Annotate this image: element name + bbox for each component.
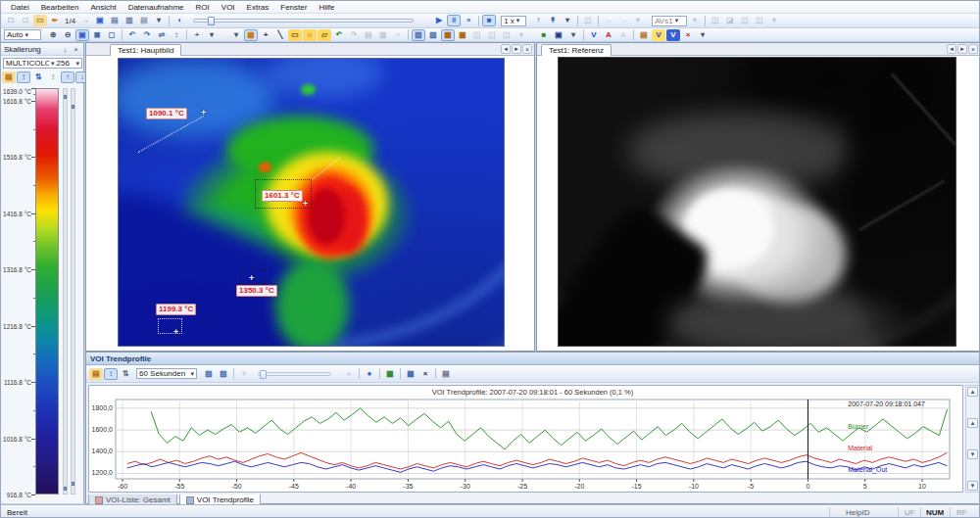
jump-up-icon[interactable]: ↟ bbox=[546, 15, 560, 26]
close-icon[interactable]: × bbox=[522, 44, 532, 54]
color-scale-gradient[interactable] bbox=[35, 88, 59, 494]
roi-extra1-icon[interactable]: ◫ bbox=[470, 29, 484, 41]
scroll-right-icon[interactable]: ▸ bbox=[957, 44, 967, 54]
trend-settings-icon[interactable]: ▤ bbox=[89, 368, 103, 380]
roi-copy-icon[interactable]: ▤ bbox=[362, 29, 375, 41]
media-position-thumb[interactable] bbox=[208, 17, 215, 25]
avs-tool4-icon[interactable]: ◫ bbox=[753, 15, 766, 26]
avs-more-dropdown[interactable]: ▾ bbox=[767, 15, 781, 26]
interval-combo[interactable]: 60 Sekunden▾ bbox=[136, 368, 197, 379]
scale-manual-icon[interactable]: ↕ bbox=[46, 71, 60, 83]
roi-undo-icon[interactable]: ↶ bbox=[332, 29, 346, 41]
temp-annotation[interactable]: 1199.3 °C bbox=[156, 304, 196, 315]
trend-table-icon[interactable]: ▦ bbox=[404, 368, 417, 380]
voi-show-dropdown[interactable]: ▾ bbox=[566, 29, 580, 41]
zoom-out-icon[interactable]: ⊖ bbox=[61, 29, 74, 41]
trend-export-icon[interactable]: ▧ bbox=[202, 368, 216, 380]
reference-image[interactable] bbox=[558, 57, 956, 347]
image-original-icon[interactable]: ◼ bbox=[90, 29, 104, 41]
voi-more-dropdown[interactable]: ▾ bbox=[696, 29, 710, 41]
new-document[interactable]: □ bbox=[4, 15, 18, 26]
trend-autoscale-icon[interactable]: ↕ bbox=[104, 368, 118, 380]
fast-forward-button[interactable]: » bbox=[462, 15, 475, 26]
save-button[interactable]: ▣ bbox=[93, 15, 107, 26]
measure-marker[interactable] bbox=[173, 329, 178, 335]
trend-zoom-thumb[interactable] bbox=[260, 370, 267, 379]
next-view-icon[interactable]: → bbox=[616, 15, 630, 26]
menu-item-roi[interactable]: ROI bbox=[190, 3, 216, 12]
flip-horizontal-icon[interactable]: ⇌ bbox=[155, 29, 169, 41]
trend-excel-icon[interactable]: ▦ bbox=[383, 368, 397, 380]
trend-scale-icon[interactable]: ⇅ bbox=[119, 368, 132, 380]
roi-paste-icon[interactable]: ▥ bbox=[376, 29, 390, 41]
stop-button[interactable]: ■ bbox=[482, 15, 496, 26]
roi-scale-icon[interactable]: ▩ bbox=[441, 29, 455, 41]
trend-marker-icon[interactable]: ● bbox=[342, 368, 356, 380]
avs-combo[interactable]: AVs1▾ bbox=[652, 16, 687, 26]
scale-auto-icon[interactable]: ⇅ bbox=[31, 71, 45, 83]
link-view-icon[interactable]: ◫ bbox=[581, 15, 595, 26]
voi-palette-icon[interactable]: ▤ bbox=[637, 29, 651, 41]
next-frame-icon[interactable]: → bbox=[78, 15, 92, 26]
trend-chart[interactable]: -60-55-50-45-40-35-30-25-20-15-10-505101… bbox=[89, 386, 962, 492]
pause-button[interactable]: ‖ bbox=[447, 15, 461, 26]
play-button[interactable]: ▶ bbox=[432, 15, 446, 26]
trend-clear-icon[interactable]: × bbox=[418, 368, 432, 380]
menu-item-hilfe[interactable]: Hilfe bbox=[313, 3, 340, 12]
roi-point-icon[interactable]: + bbox=[259, 29, 272, 41]
prev-view-icon[interactable]: ← bbox=[602, 15, 615, 26]
avs-tool1-icon[interactable]: ◫ bbox=[709, 15, 722, 26]
zoom-in-icon[interactable]: ⊕ bbox=[46, 29, 60, 41]
views-dropdown[interactable]: ▾ bbox=[631, 15, 645, 26]
thermal-image[interactable]: 1090.1 °C 1601.3 °C 1350.3 °C 1199.3 °C bbox=[118, 58, 505, 347]
export-image-button[interactable]: ▥ bbox=[122, 15, 136, 26]
voi-list-icon[interactable]: V bbox=[652, 29, 665, 41]
speed-combo[interactable]: 1 x▾ bbox=[501, 16, 526, 26]
range-handle[interactable] bbox=[64, 487, 67, 491]
menu-item-datei[interactable]: Datei bbox=[5, 3, 35, 12]
roi-polygon-icon[interactable]: ▱ bbox=[318, 29, 331, 41]
measure-marker[interactable] bbox=[249, 275, 254, 281]
measure-marker[interactable] bbox=[201, 110, 206, 116]
scale-fit-icon[interactable]: ↕ bbox=[17, 71, 30, 83]
pin-icon[interactable]: ↓ bbox=[61, 45, 70, 54]
palette-settings-icon[interactable]: ▤ bbox=[2, 71, 16, 83]
menu-item-extras[interactable]: Extras bbox=[241, 3, 275, 12]
tab-hauptbild[interactable]: Test1: Hauptbild bbox=[110, 44, 181, 56]
scroll-up2-icon[interactable]: ▲ bbox=[967, 418, 978, 428]
arrows-dropdown[interactable]: ▾ bbox=[561, 15, 574, 26]
trend-pin-icon[interactable]: ▾ bbox=[237, 368, 251, 380]
menu-item-voi[interactable]: VOI bbox=[216, 3, 241, 12]
roi-extra2-icon[interactable]: ◫ bbox=[485, 29, 499, 41]
scale-range-slider-upper[interactable] bbox=[63, 88, 68, 494]
close-icon[interactable]: × bbox=[72, 45, 80, 54]
palette-combo[interactable]: MULTICOLOR ▾ 256 ▾ bbox=[3, 58, 82, 69]
goto-start-icon[interactable]: ↞ bbox=[48, 15, 62, 26]
temp-annotation[interactable]: 1090.1 °C bbox=[146, 108, 187, 119]
rotate-right-icon[interactable]: ↷ bbox=[140, 29, 154, 41]
scroll-right-icon[interactable]: ▸ bbox=[512, 44, 521, 54]
open-image[interactable]: □ bbox=[19, 15, 32, 26]
menu-item-fenster[interactable]: Fenster bbox=[274, 3, 313, 12]
flip-vertical-icon[interactable]: ↕ bbox=[170, 29, 183, 41]
voi-show-icon[interactable]: ■ bbox=[537, 29, 551, 41]
avs-tool3-icon[interactable]: ◫ bbox=[738, 15, 752, 26]
voi-alarm-off-icon[interactable]: A bbox=[616, 29, 630, 41]
rotate-left-icon[interactable]: ↶ bbox=[125, 29, 139, 41]
zoom-fit-icon[interactable]: ▣ bbox=[75, 29, 89, 41]
voi-add-icon[interactable]: V bbox=[587, 29, 601, 41]
audio-icon[interactable]: ◖ bbox=[172, 15, 186, 26]
roi-new-icon[interactable]: ▦ bbox=[244, 29, 258, 41]
menu-item-ansicht[interactable]: Ansicht bbox=[84, 3, 122, 12]
close-icon[interactable]: × bbox=[968, 44, 978, 54]
voi-delete-icon[interactable]: × bbox=[681, 29, 695, 41]
scale-range-slider-lower[interactable] bbox=[71, 88, 75, 494]
trend-print-icon[interactable]: ▤ bbox=[439, 368, 453, 380]
voi-alarm-icon[interactable]: A bbox=[602, 29, 615, 41]
range-handle[interactable] bbox=[72, 105, 74, 109]
copy-button[interactable]: ▤ bbox=[108, 15, 122, 26]
menu-item-bearbeiten[interactable]: Bearbeiten bbox=[35, 3, 85, 12]
roi-rect-icon[interactable]: ▭ bbox=[288, 29, 302, 41]
file-more-dropdown[interactable]: ▾ bbox=[152, 15, 166, 26]
measure-marker[interactable] bbox=[303, 201, 308, 207]
